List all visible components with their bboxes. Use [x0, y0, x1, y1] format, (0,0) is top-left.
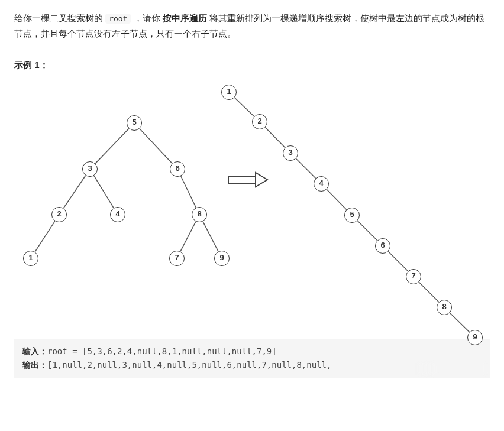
svg-line-14	[419, 282, 439, 302]
desc-text: ，请你	[134, 13, 163, 23]
watermark-blur	[415, 363, 486, 375]
output-tree-node-2: 2	[252, 114, 267, 129]
svg-rect-16	[228, 176, 256, 183]
output-tree-node-7: 7	[406, 269, 421, 284]
desc-text: 给你一棵二叉搜索树的	[14, 13, 105, 23]
svg-line-6	[180, 221, 196, 251]
svg-marker-17	[256, 173, 267, 187]
output-tree-node-9: 9	[467, 330, 483, 345]
input-tree-node-6: 6	[170, 161, 185, 177]
output-tree-node-1: 1	[221, 85, 237, 100]
output-tree-node-8: 8	[437, 300, 452, 315]
input-tree-node-1: 1	[23, 251, 38, 266]
input-tree-node-3: 3	[82, 161, 98, 177]
tree-diagram: 536248179123456789	[14, 79, 476, 339]
output-tree-node-4: 4	[314, 176, 329, 192]
svg-line-4	[181, 176, 196, 208]
svg-line-10	[296, 158, 316, 179]
output-tree-node-5: 5	[344, 208, 360, 223]
example-title: 示例 1：	[14, 57, 490, 73]
input-tree-node-7: 7	[169, 251, 185, 266]
svg-line-2	[63, 175, 85, 208]
svg-line-8	[234, 98, 254, 116]
problem-description: 给你一棵二叉搜索树的 root ，请你 按中序遍历 将其重新排列为一棵递增顺序搜…	[14, 11, 490, 41]
svg-line-12	[357, 221, 377, 241]
input-tree-node-4: 4	[110, 207, 125, 222]
io-input-code: root = [5,3,6,2,4,null,8,1,null,null,nul…	[47, 346, 277, 356]
output-tree-node-3: 3	[283, 145, 298, 161]
io-input-label: 输入：	[22, 346, 47, 356]
desc-bold: 按中序遍历	[163, 13, 207, 23]
svg-line-1	[140, 128, 172, 163]
svg-line-13	[388, 251, 408, 271]
svg-line-5	[35, 221, 55, 251]
input-tree-node-2: 2	[51, 207, 67, 222]
svg-line-9	[265, 127, 285, 147]
io-output-code: [1,null,2,null,3,null,4,null,5,null,6,nu…	[47, 360, 331, 370]
input-tree-node-8: 8	[192, 207, 207, 222]
svg-line-7	[203, 221, 218, 251]
input-tree-node-5: 5	[127, 115, 142, 131]
tree-edges-svg	[14, 79, 487, 351]
output-tree-node-6: 6	[375, 238, 390, 254]
arrow-icon	[227, 170, 269, 190]
svg-line-11	[327, 189, 347, 209]
io-output-label: 输出：	[22, 360, 47, 370]
example-io-block: 输入：root = [5,3,6,2,4,null,8,1,null,null,…	[14, 339, 490, 379]
code-root: root	[105, 14, 131, 24]
svg-line-3	[94, 176, 114, 208]
svg-line-0	[95, 128, 129, 163]
svg-line-15	[450, 313, 469, 332]
input-tree-node-9: 9	[214, 251, 230, 266]
